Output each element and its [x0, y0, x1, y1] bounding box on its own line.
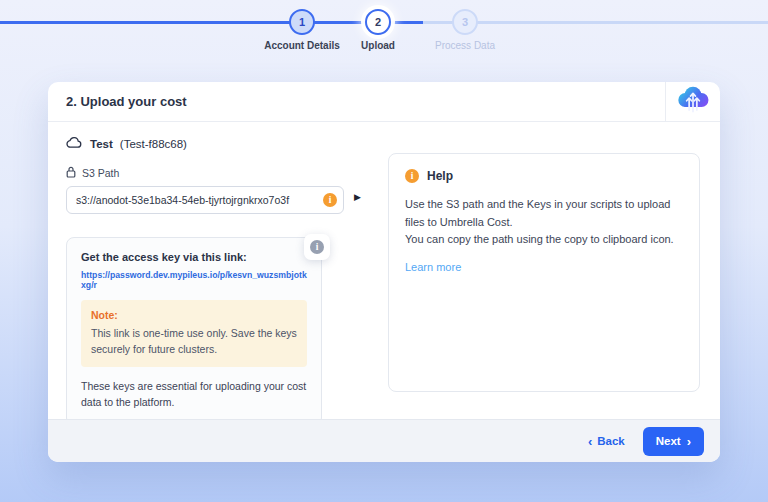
next-button[interactable]: Next ›	[643, 427, 704, 456]
step-circle-account-details[interactable]: 1	[289, 9, 315, 35]
help-title: Help	[427, 169, 453, 183]
account-name: Test	[90, 138, 113, 150]
s3-path-input[interactable]	[66, 186, 344, 214]
card-header: 2. Upload your cost	[48, 82, 720, 122]
umbrella-cost-cloud-logo-icon	[676, 85, 710, 119]
note-box: Note: This link is one-time use only. Sa…	[81, 300, 307, 367]
access-key-footer-text: These keys are essential for uploading y…	[81, 378, 307, 412]
s3-path-label: S3 Path	[82, 167, 119, 179]
help-line-2: You can copy the path using the copy to …	[405, 231, 683, 249]
back-chevron-icon: ‹	[588, 435, 592, 448]
back-button[interactable]: ‹ Back	[588, 435, 625, 448]
access-key-info-button[interactable]: i	[304, 234, 330, 260]
access-key-title: Get the access key via this link:	[81, 251, 307, 263]
s3-path-label-row: S3 Path	[66, 166, 119, 180]
info-icon: i	[310, 240, 324, 254]
help-line-1: Use the S3 path and the Keys in your scr…	[405, 196, 683, 231]
account-id: (Test-f88c68)	[120, 138, 187, 150]
help-text: Use the S3 path and the Keys in your scr…	[405, 196, 683, 249]
s3-path-info-icon[interactable]: i	[323, 193, 337, 207]
step-label-process-data: Process Data	[405, 40, 525, 51]
access-key-box: i Get the access key via this link: http…	[66, 237, 322, 426]
help-info-icon: i	[405, 169, 419, 183]
learn-more-link[interactable]: Learn more	[405, 261, 461, 273]
brand-logo	[665, 82, 720, 121]
cloud-icon	[66, 136, 83, 151]
step-circle-process-data: 3	[452, 9, 478, 35]
account-row: Test (Test-f88c68)	[66, 136, 187, 151]
expand-arrow-icon[interactable]: ▶	[354, 192, 361, 202]
stepper-track-complete	[0, 21, 423, 24]
note-label: Note:	[91, 309, 297, 321]
upload-cost-card: 2. Upload your cost	[48, 82, 720, 462]
access-key-link[interactable]: https://password.dev.mypileus.io/p/kesvn…	[81, 270, 307, 290]
next-chevron-icon: ›	[687, 435, 691, 448]
help-panel: i Help Use the S3 path and the Keys in y…	[388, 153, 700, 392]
help-title-row: i Help	[405, 169, 683, 183]
back-button-label: Back	[597, 435, 625, 447]
note-text: This link is one-time use only. Save the…	[91, 325, 297, 358]
lock-icon	[66, 166, 76, 180]
page-title: 2. Upload your cost	[48, 82, 665, 121]
next-button-label: Next	[656, 435, 681, 447]
s3-path-field-wrap: i	[66, 186, 344, 214]
step-circle-upload[interactable]: 2	[365, 9, 391, 35]
card-body: Test (Test-f88c68) S3 Path i ▶ i Get the…	[48, 122, 720, 419]
card-footer: ‹ Back Next ›	[48, 419, 720, 462]
